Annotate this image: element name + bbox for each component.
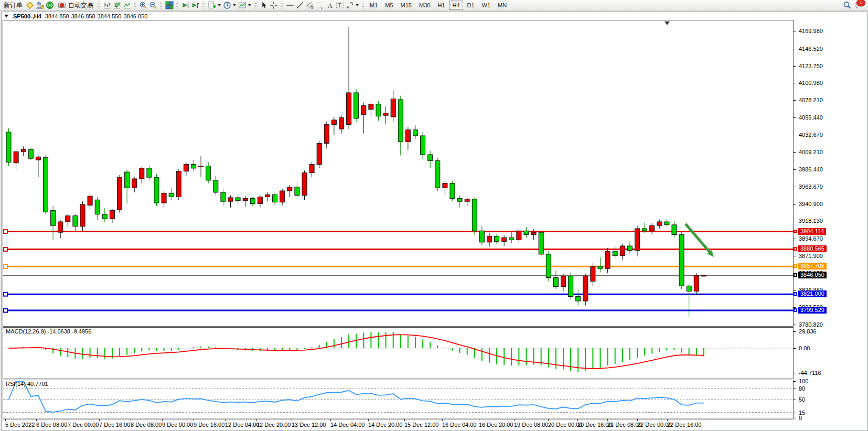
bar-chart-icon[interactable]: [102, 1, 111, 10]
candle-body: [413, 130, 418, 136]
chart-shift-icon[interactable]: [191, 1, 200, 10]
candle-body: [169, 193, 174, 197]
price-tag-handle[interactable]: [794, 292, 797, 296]
price-tag-handle[interactable]: [794, 247, 797, 251]
auto-scroll-icon[interactable]: [181, 1, 190, 10]
candle-body: [51, 210, 56, 225]
timeframe-m15-button[interactable]: M15: [398, 1, 415, 10]
price-tag-handle[interactable]: [794, 273, 797, 277]
notification-badge: 1: [856, 0, 865, 6]
candle-body: [421, 136, 425, 155]
cursor-icon[interactable]: [259, 1, 268, 10]
text-icon[interactable]: A: [325, 1, 334, 10]
time-label: 8 Dec 08:00: [131, 422, 162, 428]
rsi-value: 40.7701: [27, 381, 48, 387]
arrows-icon[interactable]: [345, 1, 354, 10]
market-depth-icon[interactable]: [35, 1, 44, 10]
period-clock-icon[interactable]: [222, 1, 231, 10]
dropdown-caret-icon[interactable]: [233, 4, 236, 6]
level-handle[interactable]: [4, 309, 7, 313]
dropdown-caret-icon[interactable]: [218, 4, 221, 6]
price-tick: 3940.900: [799, 201, 823, 207]
chat-button[interactable]: 1: [854, 1, 864, 10]
macd-tick: 29.836: [799, 328, 817, 335]
text-label-icon[interactable]: T: [335, 1, 344, 10]
price-tag-handle[interactable]: [794, 308, 797, 312]
chart-template-icon[interactable]: [238, 1, 247, 10]
trend-line-icon[interactable]: [295, 1, 304, 10]
price-tag-3846.050: 3846.050: [798, 272, 827, 278]
price-tick: 4055.440: [799, 114, 823, 121]
price-tick: 4009.210: [799, 149, 823, 155]
price-tag-handle[interactable]: [794, 264, 797, 268]
time-label: 20 Dec 16:00: [577, 422, 612, 428]
candle-body: [509, 238, 514, 240]
toolbar-separator: [98, 2, 100, 9]
tile-windows-icon[interactable]: [165, 1, 174, 10]
candle-body: [361, 105, 366, 114]
level-handle[interactable]: [4, 265, 7, 268]
candle-body: [450, 184, 455, 199]
macd-pane[interactable]: [3, 327, 794, 379]
zoom-in-icon[interactable]: [138, 1, 147, 10]
level-handle[interactable]: [4, 293, 7, 296]
candle-body: [531, 232, 536, 234]
equidistant-channel-icon[interactable]: E: [305, 1, 314, 10]
timeframe-h4-button[interactable]: H4: [449, 1, 463, 10]
toolbar-separator: [362, 2, 364, 9]
candle-body: [154, 177, 159, 203]
level-handle[interactable]: [4, 230, 7, 233]
candle-body: [465, 199, 469, 201]
chart-symbol-period: SP500-,H4: [13, 13, 41, 19]
candle-body: [44, 158, 48, 212]
new-order-label: 新订单: [4, 1, 23, 10]
candle-body: [80, 204, 85, 227]
candle-body: [206, 166, 211, 180]
mt4-window: 新订单 自动交易 EFAT M1M5M15M30H1H4D1W1MN 1: [0, 0, 868, 431]
new-order-button[interactable]: 新订单: [2, 1, 25, 10]
candle-body: [487, 236, 492, 242]
main-toolbar: 新订单 自动交易 EFAT M1M5M15M30H1H4D1W1MN 1: [0, 0, 868, 11]
candle-body: [435, 160, 440, 188]
rsi-pane[interactable]: [3, 380, 794, 418]
candle-body: [495, 236, 499, 241]
fibonacci-icon[interactable]: F: [315, 1, 324, 10]
price-pane[interactable]: [3, 20, 794, 327]
price-tag-3857.708: 3857.708: [798, 263, 827, 270]
svg-text:F: F: [321, 6, 323, 10]
new-chart-icon[interactable]: [207, 1, 216, 10]
crosshair-icon[interactable]: [269, 1, 278, 10]
timeframe-m1-button[interactable]: M1: [367, 1, 381, 10]
timeframe-m30-button[interactable]: M30: [416, 1, 433, 10]
dropdown-caret-icon[interactable]: [248, 4, 251, 6]
timeframe-m5-button[interactable]: M5: [382, 1, 396, 10]
price-tag-handle[interactable]: [794, 230, 797, 233]
price-axis[interactable]: 4169.9804146.5204123.7504100.9804078.210…: [794, 20, 867, 429]
timeframe-h1-button[interactable]: H1: [434, 1, 448, 10]
chart-menu-icon[interactable]: [4, 15, 8, 17]
zoom-out-icon[interactable]: [148, 1, 157, 10]
horizontal-line-icon[interactable]: [285, 1, 294, 10]
timeframe-d1-button[interactable]: D1: [464, 1, 478, 10]
candle-body: [524, 231, 529, 234]
auto-trading-button[interactable]: 自动交易: [55, 1, 95, 10]
time-label: 21 Dec 08:00: [607, 422, 641, 428]
timeframe-mn-button[interactable]: MN: [495, 1, 510, 10]
symbols-list-icon[interactable]: [25, 1, 34, 10]
candle-body: [657, 222, 662, 225]
candlestick-chart-icon[interactable]: [112, 1, 121, 10]
level-handle[interactable]: [4, 247, 7, 251]
candle-body: [472, 199, 477, 231]
timeframe-w1-button[interactable]: W1: [479, 1, 494, 10]
toolbar-separator: [134, 2, 136, 9]
candle-body: [613, 251, 617, 256]
chart-titlebar[interactable]: SP500-,H4 3844.850 3846.850 3844.550 384…: [2, 12, 867, 20]
candle-body: [162, 193, 166, 203]
search-icon[interactable]: [842, 1, 851, 10]
line-chart-icon[interactable]: [122, 1, 131, 10]
time-label: 12 Dec 20:00: [256, 422, 291, 428]
time-label: 22 Dec 16:00: [667, 422, 701, 428]
signals-icon[interactable]: [45, 1, 54, 10]
candle-body: [553, 277, 558, 286]
time-axis[interactable]: 5 Dec 20226 Dec 08:007 Dec 00:007 Dec 16…: [3, 419, 794, 430]
